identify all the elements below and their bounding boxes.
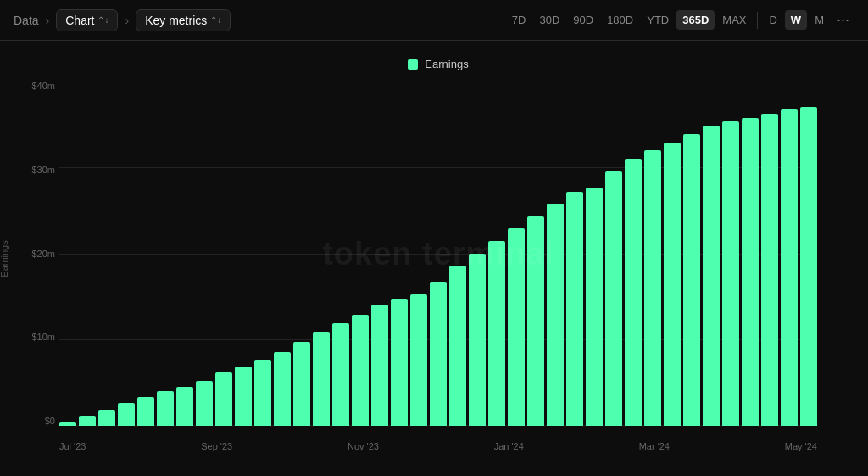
- app-header: Data › Chart ⌃↓ › Key metrics ⌃↓ 7D 30D …: [0, 0, 868, 41]
- more-options-button[interactable]: ···: [832, 9, 854, 31]
- bar-wrapper-28: [605, 81, 622, 426]
- y-label-10m: $10m: [13, 332, 55, 342]
- bar-18[interactable]: [410, 294, 427, 426]
- time-controls: 7D 30D 90D 180D YTD 365D MAX D W M ···: [506, 9, 854, 31]
- bar-wrapper-30: [644, 81, 661, 426]
- bar-wrapper-29: [625, 81, 642, 426]
- bar-wrapper-1: [79, 81, 96, 426]
- chart-area: Earnings $40m $30m $20m $10m $0 token te…: [59, 81, 817, 426]
- y-axis-title: Earnings: [0, 240, 9, 277]
- y-label-0: $0: [13, 416, 55, 426]
- interval-btn-w[interactable]: W: [785, 10, 807, 30]
- bar-14[interactable]: [332, 323, 349, 426]
- metrics-dropdown-label: Key metrics: [145, 14, 207, 27]
- bar-wrapper-38: [800, 81, 817, 426]
- chart-dropdown[interactable]: Chart ⌃↓: [56, 9, 118, 31]
- bar-7[interactable]: [196, 381, 213, 426]
- bar-35[interactable]: [742, 118, 759, 426]
- bar-27[interactable]: [586, 188, 603, 426]
- bar-16[interactable]: [371, 305, 388, 426]
- time-btn-ytd[interactable]: YTD: [641, 10, 675, 30]
- bar-wrapper-15: [352, 81, 369, 426]
- bar-13[interactable]: [313, 332, 330, 426]
- bar-33[interactable]: [703, 126, 720, 426]
- bar-31[interactable]: [664, 143, 681, 426]
- bar-wrapper-27: [586, 81, 603, 426]
- bar-wrapper-5: [157, 81, 174, 426]
- chart-container: Earnings Earnings $40m $30m $20m $10m $0…: [0, 41, 868, 476]
- time-btn-30d[interactable]: 30D: [533, 10, 565, 30]
- time-divider: [757, 12, 758, 29]
- y-label-20m: $20m: [13, 249, 55, 259]
- x-label-mar24: Mar '24: [639, 441, 670, 451]
- bar-wrapper-35: [742, 81, 759, 426]
- bar-wrapper-32: [683, 81, 700, 426]
- bar-11[interactable]: [274, 352, 291, 426]
- bar-wrapper-8: [215, 81, 232, 426]
- bar-24[interactable]: [527, 216, 544, 426]
- time-btn-max[interactable]: MAX: [716, 10, 752, 30]
- bar-3[interactable]: [118, 403, 135, 426]
- bar-19[interactable]: [430, 282, 447, 426]
- x-label-may24: May '24: [785, 441, 817, 451]
- interval-btn-d[interactable]: D: [763, 10, 782, 30]
- bar-20[interactable]: [449, 266, 466, 426]
- bars-container: [59, 81, 817, 426]
- bar-22[interactable]: [488, 241, 505, 426]
- bar-4[interactable]: [137, 397, 154, 426]
- bar-wrapper-19: [430, 81, 447, 426]
- time-btn-365d[interactable]: 365D: [676, 10, 715, 30]
- bar-25[interactable]: [547, 204, 564, 426]
- bar-12[interactable]: [293, 342, 310, 426]
- bar-wrapper-18: [410, 81, 427, 426]
- bar-29[interactable]: [625, 159, 642, 426]
- bar-0[interactable]: [59, 422, 76, 426]
- time-btn-7d[interactable]: 7D: [506, 10, 532, 30]
- bar-wrapper-21: [469, 81, 486, 426]
- earnings-legend-dot: [408, 59, 418, 70]
- x-axis: Jul '23 Sep '23 Nov '23 Jan '24 Mar '24 …: [59, 441, 817, 451]
- bar-21[interactable]: [469, 254, 486, 427]
- bar-34[interactable]: [722, 121, 739, 426]
- bar-38[interactable]: [800, 107, 817, 426]
- bar-36[interactable]: [761, 114, 778, 426]
- bar-wrapper-23: [508, 81, 525, 426]
- x-label-jul23: Jul '23: [59, 441, 86, 451]
- bar-30[interactable]: [644, 150, 661, 426]
- x-label-jan24: Jan '24: [494, 441, 524, 451]
- interval-btn-m[interactable]: M: [809, 10, 830, 30]
- bar-wrapper-31: [664, 81, 681, 426]
- bar-wrapper-0: [59, 81, 76, 426]
- time-btn-180d[interactable]: 180D: [601, 10, 639, 30]
- breadcrumb-data[interactable]: Data: [14, 14, 39, 27]
- bar-5[interactable]: [157, 391, 174, 426]
- bar-28[interactable]: [605, 171, 622, 426]
- bar-26[interactable]: [566, 192, 583, 426]
- bar-1[interactable]: [79, 416, 96, 426]
- bar-8[interactable]: [215, 372, 232, 426]
- bar-wrapper-22: [488, 81, 505, 426]
- breadcrumb-sep-1: ›: [46, 14, 50, 27]
- bar-15[interactable]: [352, 315, 369, 426]
- bar-wrapper-14: [332, 81, 349, 426]
- bar-wrapper-10: [254, 81, 271, 426]
- metrics-dropdown[interactable]: Key metrics ⌃↓: [136, 9, 231, 31]
- y-label-40m: $40m: [13, 81, 55, 91]
- bar-wrapper-25: [547, 81, 564, 426]
- bar-37[interactable]: [781, 109, 798, 426]
- bar-17[interactable]: [391, 299, 408, 426]
- bar-2[interactable]: [98, 410, 115, 426]
- bar-23[interactable]: [508, 228, 525, 426]
- bar-wrapper-3: [118, 81, 135, 426]
- chart-dropdown-label: Chart: [65, 14, 94, 27]
- bar-9[interactable]: [235, 367, 252, 426]
- x-label-nov23: Nov '23: [348, 441, 379, 451]
- time-btn-90d[interactable]: 90D: [567, 10, 599, 30]
- bar-wrapper-34: [722, 81, 739, 426]
- bar-32[interactable]: [683, 134, 700, 426]
- bar-wrapper-33: [703, 81, 720, 426]
- earnings-legend-label: Earnings: [425, 58, 468, 70]
- bar-wrapper-26: [566, 81, 583, 426]
- bar-6[interactable]: [176, 387, 193, 427]
- bar-10[interactable]: [254, 360, 271, 426]
